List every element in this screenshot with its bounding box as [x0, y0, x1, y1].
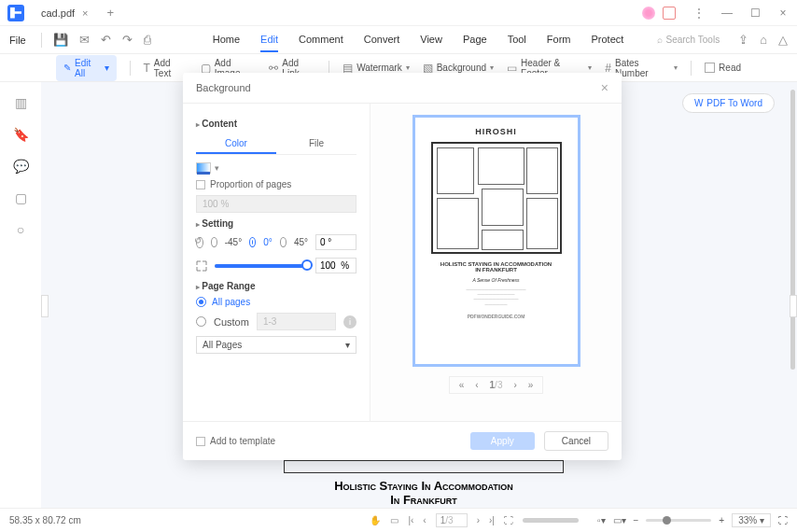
- attachments-icon[interactable]: ▢: [15, 190, 27, 205]
- tab-tool[interactable]: Tool: [508, 28, 526, 52]
- prev-page-icon[interactable]: ‹: [475, 380, 478, 390]
- pdf-to-word-button[interactable]: W PDF To Word: [682, 93, 775, 113]
- search-tools[interactable]: ⌕ Search Tools: [657, 35, 720, 45]
- all-pages-radio[interactable]: [196, 297, 206, 307]
- fit-width-icon[interactable]: ⛶: [504, 515, 513, 525]
- chevron-down-icon: ▾: [105, 63, 109, 73]
- search-panel-icon[interactable]: ○: [17, 222, 24, 237]
- avatar-icon[interactable]: [642, 7, 655, 20]
- rotation-0-radio[interactable]: [249, 237, 256, 247]
- vertical-scrollbar[interactable]: [790, 90, 795, 370]
- close-tab-icon[interactable]: ×: [82, 7, 88, 19]
- add-to-template-checkbox[interactable]: Add to template: [196, 436, 275, 446]
- last-page-icon[interactable]: ›|: [489, 515, 495, 525]
- add-text-button[interactable]: TAdd Text: [144, 58, 188, 78]
- edit-all-button[interactable]: ✎ Edit All ▾: [56, 55, 117, 81]
- tab-home[interactable]: Home: [213, 28, 240, 52]
- prev-page-icon[interactable]: ‹: [423, 515, 426, 525]
- bookmarks-icon[interactable]: 🔖: [13, 127, 29, 142]
- rotate-ccw-icon[interactable]: [196, 237, 203, 248]
- preview-title: HIROSHI: [475, 127, 517, 136]
- undo-icon[interactable]: ↶: [101, 33, 111, 47]
- fullscreen-icon[interactable]: ⛶: [778, 515, 788, 525]
- rotation-input[interactable]: [315, 234, 357, 250]
- background-dialog: Background × Content Color File ▾ Propor…: [183, 73, 622, 460]
- zoom-in-icon[interactable]: +: [719, 515, 724, 525]
- save-icon[interactable]: 💾: [53, 33, 68, 47]
- menubar: File 💾 ✉ ↶ ↷ ⎙ Home Edit Comment Convert…: [0, 26, 797, 54]
- search-placeholder: Search Tools: [666, 35, 720, 45]
- hand-tool-icon[interactable]: ✋: [370, 515, 381, 525]
- next-page-icon[interactable]: ›: [513, 380, 516, 390]
- new-tab-button[interactable]: +: [107, 6, 115, 20]
- close-dialog-button[interactable]: ×: [601, 80, 608, 95]
- cancel-button[interactable]: Cancel: [544, 431, 608, 451]
- tab-form[interactable]: Form: [547, 28, 571, 52]
- scale-slider[interactable]: [215, 264, 308, 268]
- cloud-upload-icon[interactable]: △: [778, 33, 788, 47]
- page-range-section-label: Page Range: [196, 281, 357, 291]
- zoom-level[interactable]: 33% ▾: [732, 513, 771, 527]
- view-mode-icon[interactable]: ▫▾: [597, 515, 606, 525]
- page-input[interactable]: 1/3: [436, 513, 468, 527]
- page-layout-icon[interactable]: ▭▾: [613, 515, 626, 525]
- tab-view[interactable]: View: [420, 28, 442, 52]
- proportion-input: 100 %: [196, 195, 357, 213]
- select-tool-icon[interactable]: ▭: [390, 515, 398, 525]
- collapse-right-handle[interactable]: [790, 295, 797, 317]
- setting-section-label: Setting: [196, 218, 357, 229]
- tab-comment[interactable]: Comment: [299, 28, 343, 52]
- rotation-neg45-radio[interactable]: [211, 237, 217, 247]
- tab-convert[interactable]: Convert: [364, 28, 400, 52]
- read-checkbox[interactable]: Read: [705, 63, 741, 73]
- redo-icon[interactable]: ↷: [122, 33, 133, 47]
- share-icon[interactable]: ⇪: [738, 33, 748, 47]
- minimize-button[interactable]: —: [713, 7, 741, 20]
- preview-subtitle: A Sense Of Freshness: [472, 277, 519, 283]
- notification-icon[interactable]: [663, 7, 676, 20]
- first-page-icon[interactable]: «: [459, 380, 465, 390]
- scale-icon: [196, 260, 207, 272]
- content-section-label: Content: [196, 119, 357, 129]
- proportion-checkbox[interactable]: Proportion of pages: [196, 179, 357, 189]
- cloud-icon[interactable]: ⌂: [760, 33, 767, 47]
- color-tab[interactable]: Color: [196, 134, 276, 154]
- last-page-icon[interactable]: »: [528, 380, 534, 390]
- next-page-icon[interactable]: ›: [477, 515, 480, 525]
- text-icon: T: [144, 62, 150, 75]
- horizontal-scrollbar[interactable]: [523, 518, 579, 523]
- search-icon: ⌕: [657, 35, 663, 45]
- menu-tabs: Home Edit Comment Convert View Page Tool…: [213, 28, 624, 52]
- apply-button[interactable]: Apply: [470, 432, 535, 450]
- pages-select[interactable]: All Pages ▾: [196, 336, 357, 354]
- zoom-slider[interactable]: [646, 519, 711, 522]
- tab-protect[interactable]: Protect: [591, 28, 623, 52]
- chevron-down-icon: ▾: [588, 63, 592, 72]
- tab-edit[interactable]: Edit: [260, 28, 278, 52]
- close-window-button[interactable]: ×: [769, 7, 797, 20]
- document-tab[interactable]: cad.pdf ×: [32, 7, 98, 19]
- file-tab[interactable]: File: [276, 134, 357, 154]
- kebab-menu-icon[interactable]: ⋮: [685, 7, 713, 20]
- file-menu[interactable]: File: [0, 35, 35, 46]
- collapse-left-handle[interactable]: [41, 295, 49, 317]
- page-indicator: 1/3: [490, 380, 503, 390]
- checkbox-icon: [705, 63, 715, 73]
- custom-radio[interactable]: [196, 316, 206, 327]
- chevron-down-icon[interactable]: ▾: [215, 163, 219, 173]
- color-swatch[interactable]: [196, 162, 211, 174]
- zoom-out-icon[interactable]: −: [634, 515, 639, 525]
- print-icon[interactable]: ⎙: [144, 33, 151, 47]
- tab-page[interactable]: Page: [463, 28, 487, 52]
- maximize-button[interactable]: ☐: [741, 7, 769, 20]
- thumbnails-icon[interactable]: ▥: [15, 95, 27, 110]
- app-logo: [7, 5, 24, 21]
- comments-icon[interactable]: 💬: [13, 159, 29, 174]
- scale-input[interactable]: [315, 258, 357, 273]
- info-icon[interactable]: i: [343, 315, 357, 329]
- first-page-icon[interactable]: |‹: [408, 515, 413, 525]
- custom-range-input: 1-3: [257, 313, 336, 330]
- checkbox-icon: [196, 437, 205, 446]
- mail-icon[interactable]: ✉: [79, 33, 90, 47]
- rotation-pos45-radio[interactable]: [280, 237, 287, 247]
